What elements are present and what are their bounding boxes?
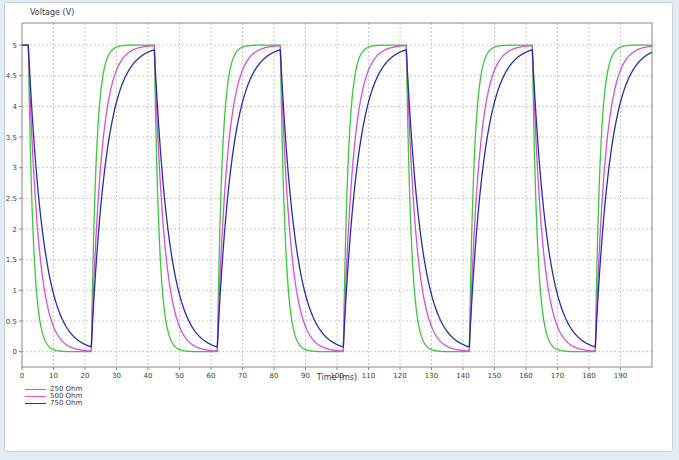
y-axis-label: Voltage (V) — [30, 8, 74, 17]
x-axis-label: Time (ms) — [317, 373, 357, 382]
svg-text:1.5: 1.5 — [6, 256, 17, 264]
svg-text:4.5: 4.5 — [6, 72, 17, 80]
series-line-500-ohm — [22, 45, 652, 351]
svg-text:140: 140 — [456, 372, 469, 380]
legend-swatch-750-ohm — [25, 403, 46, 404]
legend-label-750-ohm: 750 Ohm — [50, 400, 82, 407]
svg-text:150: 150 — [488, 372, 501, 380]
svg-text:3.5: 3.5 — [6, 134, 17, 142]
chart-canvas: 0102030405060708090100110120130140150160… — [0, 0, 679, 460]
legend-swatch-250-ohm — [25, 389, 46, 390]
svg-text:160: 160 — [519, 372, 532, 380]
screenshot-stage: 0102030405060708090100110120130140150160… — [0, 0, 679, 460]
legend-item-750-ohm: 750 Ohm — [25, 400, 82, 407]
grid-lines — [22, 23, 652, 367]
svg-text:190: 190 — [614, 372, 627, 380]
svg-text:0.5: 0.5 — [6, 318, 17, 326]
svg-text:4: 4 — [13, 103, 18, 111]
svg-text:110: 110 — [362, 372, 375, 380]
legend-swatch-500-ohm — [25, 396, 46, 397]
svg-text:2.5: 2.5 — [6, 195, 17, 203]
svg-text:1: 1 — [13, 287, 17, 295]
svg-text:20: 20 — [81, 372, 90, 380]
svg-text:60: 60 — [207, 372, 216, 380]
svg-text:3: 3 — [13, 164, 17, 172]
svg-text:80: 80 — [270, 372, 279, 380]
svg-text:120: 120 — [393, 372, 406, 380]
svg-text:50: 50 — [175, 372, 184, 380]
svg-text:5: 5 — [13, 42, 17, 50]
svg-text:2: 2 — [13, 226, 17, 234]
svg-text:130: 130 — [425, 372, 438, 380]
svg-text:0: 0 — [13, 348, 17, 356]
svg-text:70: 70 — [238, 372, 247, 380]
svg-text:180: 180 — [582, 372, 595, 380]
chart-legend: 250 Ohm 500 Ohm 750 Ohm — [25, 386, 82, 407]
svg-text:0: 0 — [20, 372, 24, 380]
svg-text:10: 10 — [49, 372, 58, 380]
svg-text:170: 170 — [551, 372, 564, 380]
svg-text:30: 30 — [112, 372, 121, 380]
svg-text:40: 40 — [144, 372, 153, 380]
svg-text:90: 90 — [301, 372, 310, 380]
